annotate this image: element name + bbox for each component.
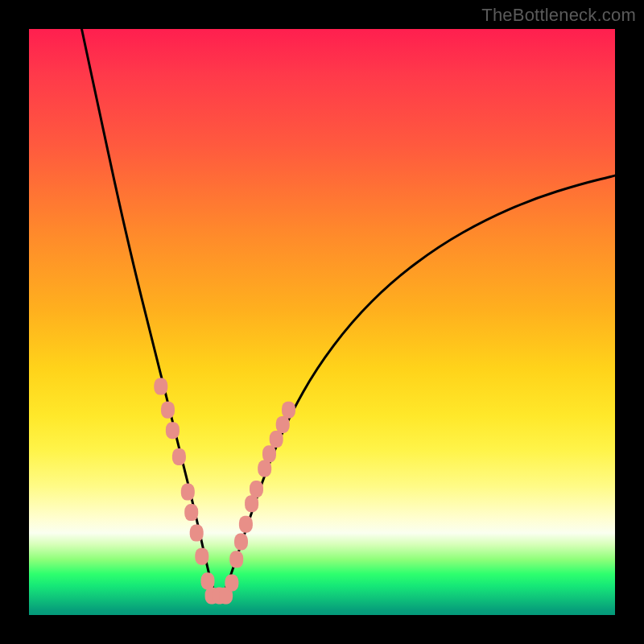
bead-marker xyxy=(262,445,276,462)
bead-marker xyxy=(172,448,186,465)
bead-marker xyxy=(166,422,180,439)
bottleneck-curve xyxy=(82,29,616,597)
bead-marker xyxy=(282,402,295,419)
bottleneck-curve-path xyxy=(82,29,616,597)
bead-marker xyxy=(258,460,271,477)
bead-marker xyxy=(234,534,248,551)
bead-marker xyxy=(245,495,258,512)
bead-marker xyxy=(225,575,238,592)
bead-marker xyxy=(276,416,290,433)
bead-marker xyxy=(181,484,195,501)
bead-marker xyxy=(239,516,253,533)
bead-marker xyxy=(154,378,167,395)
curve-overlay xyxy=(0,0,644,644)
bead-marker xyxy=(201,572,215,589)
bead-marker xyxy=(195,548,208,565)
chart-frame: TheBottleneck.com xyxy=(0,0,644,644)
bead-marker xyxy=(190,525,204,542)
beads-group xyxy=(154,378,295,605)
bead-marker xyxy=(250,481,263,497)
bead-marker xyxy=(184,504,198,521)
watermark: TheBottleneck.com xyxy=(481,5,636,26)
bead-marker xyxy=(229,551,243,568)
bead-marker xyxy=(161,402,175,419)
bead-marker xyxy=(270,431,283,448)
